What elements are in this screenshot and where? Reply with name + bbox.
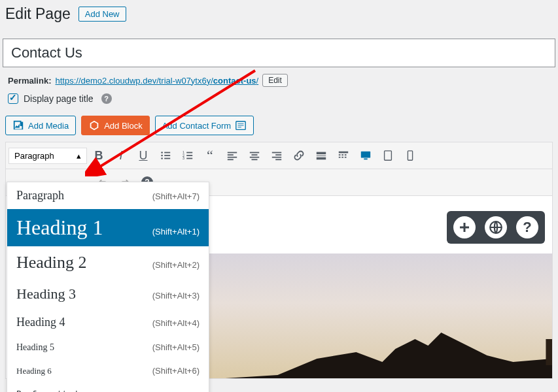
svg-rect-33 <box>341 154 343 155</box>
svg-rect-25 <box>275 154 281 155</box>
blockquote-button[interactable]: “ <box>200 145 220 166</box>
format-heading-5[interactable]: Heading 5(Shift+Alt+5) <box>7 336 209 359</box>
floating-help-button[interactable]: ? <box>516 216 538 238</box>
svg-text:3: 3 <box>183 156 184 160</box>
svg-rect-16 <box>228 152 237 154</box>
add-block-label: Add Block <box>104 121 143 131</box>
format-heading-4[interactable]: Heading 4(Shift+Alt+4) <box>7 309 209 336</box>
svg-rect-32 <box>339 154 341 155</box>
silhouette-graphic <box>215 326 552 378</box>
post-title-input[interactable] <box>3 39 555 67</box>
plus-icon <box>458 221 471 234</box>
format-dropdown-label: Paragraph <box>14 151 54 161</box>
svg-rect-15 <box>186 158 192 159</box>
toolbar-toggle-icon <box>338 150 349 161</box>
underline-button[interactable]: U <box>133 145 154 166</box>
svg-rect-44 <box>460 227 469 229</box>
floating-actions: ? <box>447 211 545 244</box>
svg-rect-5 <box>164 152 170 154</box>
svg-rect-35 <box>339 157 341 158</box>
align-center-button[interactable] <box>244 145 265 166</box>
mobile-icon <box>404 150 416 161</box>
svg-rect-23 <box>252 159 258 160</box>
format-heading-6-shortcut: (Shift+Alt+6) <box>152 366 200 376</box>
svg-rect-41 <box>408 151 412 160</box>
link-icon <box>293 150 305 161</box>
permalink-trail: / <box>256 76 259 86</box>
italic-button[interactable]: I <box>111 145 131 166</box>
floating-lang-button[interactable] <box>485 216 507 238</box>
insert-more-button[interactable] <box>311 145 332 166</box>
globe-icon <box>489 220 503 235</box>
permalink-base: https://demo2.cloudwp.dev/trial-w07ytx6y… <box>55 76 213 86</box>
media-icon <box>12 120 24 131</box>
add-new-button[interactable]: Add New <box>78 7 126 22</box>
add-media-label: Add Media <box>28 121 69 131</box>
svg-rect-9 <box>164 158 170 159</box>
add-contact-form-label: Add Contact Form <box>162 121 232 131</box>
format-heading-1-label: Heading 1 <box>16 216 103 240</box>
format-paragraph-shortcut: (Shift+Alt+7) <box>152 191 200 201</box>
tablet-icon <box>382 150 394 161</box>
align-center-icon <box>249 150 260 161</box>
format-heading-3[interactable]: Heading 3(Shift+Alt+3) <box>7 279 209 309</box>
format-heading-5-shortcut: (Shift+Alt+5) <box>152 342 200 352</box>
format-heading-1-shortcut: (Shift+Alt+1) <box>152 227 200 237</box>
block-icon <box>88 120 100 131</box>
svg-rect-38 <box>361 152 370 158</box>
format-dropdown[interactable]: Paragraph ▴ <box>9 148 87 164</box>
svg-rect-22 <box>250 157 259 158</box>
permalink-link[interactable]: https://demo2.cloudwp.dev/trial-w07ytx6y… <box>55 76 258 86</box>
svg-rect-37 <box>345 157 347 158</box>
format-paragraph-label: Paragraph <box>16 189 64 203</box>
svg-rect-29 <box>317 155 326 156</box>
svg-rect-11 <box>186 152 192 154</box>
format-heading-4-shortcut: (Shift+Alt+4) <box>152 318 200 328</box>
tablet-preview-button[interactable] <box>377 145 398 166</box>
svg-rect-39 <box>364 159 367 160</box>
form-icon <box>235 120 247 131</box>
format-preformatted[interactable]: Preformatted <box>7 383 209 392</box>
help-icon[interactable]: ? <box>101 93 112 104</box>
more-icon <box>315 150 327 161</box>
svg-rect-20 <box>250 152 259 154</box>
numbered-list-button[interactable]: 123 <box>177 145 198 166</box>
caret-up-icon: ▴ <box>77 151 81 161</box>
link-button[interactable] <box>288 145 309 166</box>
mobile-preview-button[interactable] <box>400 145 421 166</box>
svg-rect-17 <box>228 154 234 155</box>
add-contact-form-button[interactable]: Add Contact Form <box>155 116 254 135</box>
display-page-title-label: Display page title <box>24 93 94 104</box>
format-heading-2-label: Heading 2 <box>16 253 87 272</box>
svg-rect-34 <box>345 154 347 155</box>
format-heading-6-label: Heading 6 <box>16 366 52 376</box>
floating-add-button[interactable] <box>453 216 476 238</box>
align-right-button[interactable] <box>266 145 287 166</box>
align-left-icon <box>226 150 238 161</box>
svg-rect-13 <box>186 155 192 156</box>
edit-permalink-button[interactable]: Edit <box>262 74 288 87</box>
align-right-icon <box>271 150 283 161</box>
bullet-list-button[interactable] <box>155 145 176 166</box>
format-heading-2-shortcut: (Shift+Alt+2) <box>152 260 200 270</box>
svg-rect-7 <box>164 155 170 156</box>
permalink-row: Permalink: https://demo2.cloudwp.dev/tri… <box>0 67 558 87</box>
align-left-button[interactable] <box>222 145 243 166</box>
display-page-title-checkbox[interactable] <box>8 93 18 104</box>
format-heading-6[interactable]: Heading 6(Shift+Alt+6) <box>7 359 209 383</box>
numbered-list-icon: 123 <box>182 150 194 161</box>
svg-point-6 <box>161 155 163 157</box>
question-icon: ? <box>523 219 531 236</box>
add-block-button[interactable]: Add Block <box>81 116 150 135</box>
format-preformatted-label: Preformatted <box>16 389 78 392</box>
format-paragraph[interactable]: Paragraph(Shift+Alt+7) <box>7 182 209 209</box>
format-heading-1[interactable]: Heading 1(Shift+Alt+1) <box>7 209 209 246</box>
toolbar-toggle-button[interactable] <box>333 145 354 166</box>
svg-rect-30 <box>317 157 326 160</box>
svg-rect-18 <box>228 157 237 158</box>
svg-rect-26 <box>272 157 281 158</box>
bold-button[interactable]: B <box>88 145 109 166</box>
desktop-preview-button[interactable] <box>355 145 376 166</box>
add-media-button[interactable]: Add Media <box>5 116 76 135</box>
format-heading-2[interactable]: Heading 2(Shift+Alt+2) <box>7 246 209 279</box>
